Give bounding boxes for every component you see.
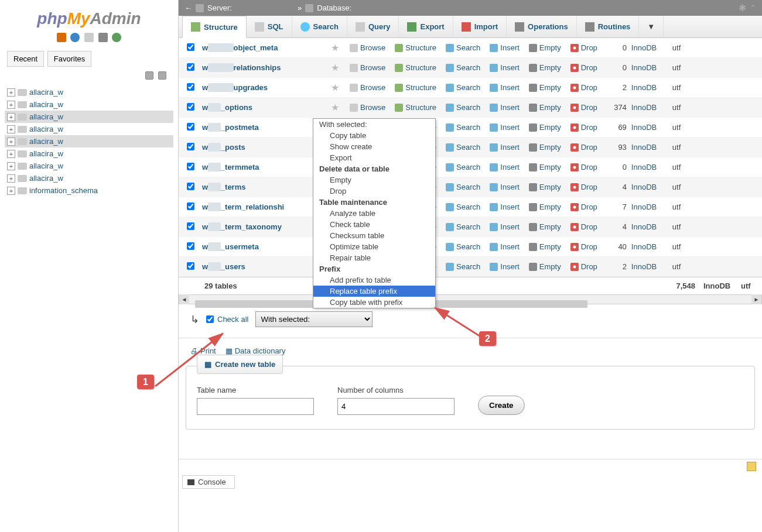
expand-icon[interactable]: + xyxy=(7,162,15,170)
menu-copy-prefix[interactable]: Copy table with prefix xyxy=(313,297,435,308)
tab-more[interactable]: ▼ xyxy=(639,16,664,37)
tree-item[interactable]: +allacira_w xyxy=(5,172,173,184)
search-link[interactable]: Search xyxy=(441,143,485,152)
structure-link[interactable]: Structure xyxy=(390,43,441,52)
table-name[interactable]: wxxx_posts xyxy=(202,143,331,152)
horizontal-scrollbar[interactable]: ◄ ► xyxy=(179,294,762,304)
menu-empty[interactable]: Empty xyxy=(313,174,435,186)
bookmark-icon[interactable] xyxy=(747,462,756,471)
menu-copy-table[interactable]: Copy table xyxy=(313,130,435,141)
link-icon[interactable] xyxy=(158,71,166,80)
table-name[interactable]: wxxx_options xyxy=(202,103,331,112)
search-link[interactable]: Search xyxy=(441,163,485,171)
engine[interactable]: InnoDB xyxy=(631,163,672,171)
row-checkbox[interactable] xyxy=(187,242,194,250)
database-label[interactable]: Database: xyxy=(317,4,351,12)
data-dictionary-link[interactable]: ▦Data dictionary xyxy=(225,346,286,355)
favorite-star-icon[interactable]: ★ xyxy=(331,62,345,73)
empty-link[interactable]: Empty xyxy=(524,163,566,171)
favorite-star-icon[interactable]: ★ xyxy=(331,82,345,93)
empty-link[interactable]: Empty xyxy=(524,242,566,251)
row-checkbox[interactable] xyxy=(187,202,194,210)
table-name[interactable]: wxxx_term_taxonomy xyxy=(202,222,331,231)
drop-link[interactable]: Drop xyxy=(566,242,602,251)
tab-search[interactable]: Search xyxy=(292,16,347,37)
recent-button[interactable]: Recent xyxy=(7,51,44,67)
insert-link[interactable]: Insert xyxy=(485,123,524,132)
tab-operations[interactable]: Operations xyxy=(507,16,577,37)
empty-link[interactable]: Empty xyxy=(524,123,566,132)
expand-icon[interactable]: + xyxy=(7,174,15,183)
insert-link[interactable]: Insert xyxy=(485,43,524,52)
insert-link[interactable]: Insert xyxy=(485,63,524,72)
search-link[interactable]: Search xyxy=(441,43,485,52)
print-link[interactable]: 🖨Print xyxy=(190,346,216,355)
logo[interactable]: phpMyAdmin xyxy=(0,5,178,30)
tab-query[interactable]: Query xyxy=(347,16,399,37)
table-name[interactable]: wxxxxxxobject_meta xyxy=(202,43,331,52)
insert-link[interactable]: Insert xyxy=(485,242,524,251)
drop-link[interactable]: Drop xyxy=(566,63,602,72)
row-checkbox[interactable] xyxy=(187,222,194,230)
row-checkbox[interactable] xyxy=(187,83,194,91)
menu-check[interactable]: Check table xyxy=(313,219,435,230)
gear-icon[interactable] xyxy=(98,33,108,42)
table-name[interactable]: wxxx_usermeta xyxy=(202,242,331,251)
structure-link[interactable]: Structure xyxy=(390,83,441,92)
menu-add-prefix[interactable]: Add prefix to table xyxy=(313,274,435,286)
row-checkbox[interactable] xyxy=(187,143,194,150)
favorite-star-icon[interactable]: ★ xyxy=(331,102,345,113)
expand-icon[interactable]: + xyxy=(7,138,15,146)
drop-link[interactable]: Drop xyxy=(566,163,602,171)
drop-link[interactable]: Drop xyxy=(566,43,602,52)
num-columns-input[interactable] xyxy=(337,398,455,415)
empty-link[interactable]: Empty xyxy=(524,222,566,231)
menu-optimize[interactable]: Optimize table xyxy=(313,241,435,252)
favorites-button[interactable]: Favorites xyxy=(47,51,91,67)
tab-structure[interactable]: Structure xyxy=(182,16,247,38)
empty-link[interactable]: Empty xyxy=(524,63,566,72)
insert-link[interactable]: Insert xyxy=(485,143,524,152)
insert-link[interactable]: Insert xyxy=(485,202,524,211)
drop-link[interactable]: Drop xyxy=(566,123,602,132)
drop-link[interactable]: Drop xyxy=(566,103,602,112)
table-name[interactable]: wxxxxxxrelationships xyxy=(202,63,331,72)
tab-export[interactable]: Export xyxy=(399,16,453,37)
check-all-label[interactable]: Check all xyxy=(206,315,248,324)
collapse-icon[interactable]: ⌃ xyxy=(750,4,756,12)
engine[interactable]: InnoDB xyxy=(631,222,672,231)
home-icon[interactable] xyxy=(57,33,66,42)
engine[interactable]: InnoDB xyxy=(631,83,672,92)
table-name-input[interactable] xyxy=(197,398,314,415)
engine[interactable]: InnoDB xyxy=(631,103,672,112)
console-bar[interactable]: Console xyxy=(182,475,235,489)
drop-link[interactable]: Drop xyxy=(566,143,602,152)
engine[interactable]: InnoDB xyxy=(631,43,672,52)
structure-link[interactable]: Structure xyxy=(390,103,441,112)
menu-replace-prefix[interactable]: Replace table prefix xyxy=(313,286,435,297)
server-label[interactable]: Server: xyxy=(207,4,232,12)
row-checkbox[interactable] xyxy=(187,63,194,71)
browse-link[interactable]: Browse xyxy=(345,83,390,92)
search-link[interactable]: Search xyxy=(441,103,485,112)
search-link[interactable]: Search xyxy=(441,183,485,191)
tree-item[interactable]: +allacira_w xyxy=(5,160,173,172)
row-checkbox[interactable] xyxy=(187,123,194,131)
row-checkbox[interactable] xyxy=(187,43,194,51)
table-name[interactable]: wxxxxxxupgrades xyxy=(202,83,331,92)
row-checkbox[interactable] xyxy=(187,103,194,111)
tree-item[interactable]: +allacira_w xyxy=(5,98,173,111)
drop-link[interactable]: Drop xyxy=(566,202,602,211)
tree-item[interactable]: +allacira_w xyxy=(5,86,173,98)
empty-link[interactable]: Empty xyxy=(524,202,566,211)
empty-link[interactable]: Empty xyxy=(524,262,566,271)
insert-link[interactable]: Insert xyxy=(485,83,524,92)
expand-icon[interactable]: + xyxy=(7,101,15,109)
scroll-right-icon[interactable]: ► xyxy=(751,294,761,304)
menu-show-create[interactable]: Show create xyxy=(313,141,435,152)
menu-analyze[interactable]: Analyze table xyxy=(313,208,435,219)
engine[interactable]: InnoDB xyxy=(631,183,672,191)
expand-icon[interactable]: + xyxy=(7,187,15,195)
tree-item[interactable]: +allacira_w xyxy=(5,135,173,147)
empty-link[interactable]: Empty xyxy=(524,43,566,52)
